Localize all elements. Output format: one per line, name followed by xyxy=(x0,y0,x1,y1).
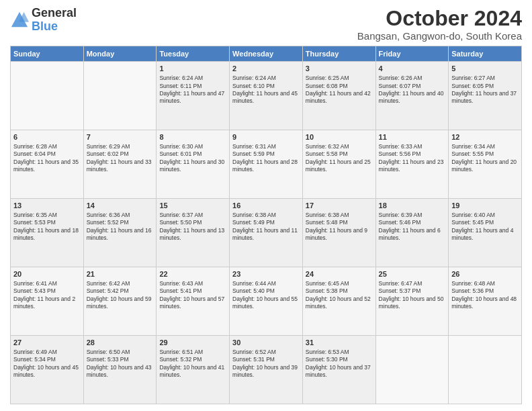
header: General Blue October 2024 Bangsan, Gangw… xyxy=(10,7,522,42)
day-info: Sunrise: 6:38 AMSunset: 5:48 PMDaylight:… xyxy=(306,212,373,242)
calendar-cell: 17Sunrise: 6:38 AMSunset: 5:48 PMDayligh… xyxy=(302,199,375,267)
calendar-week-4: 20Sunrise: 6:41 AMSunset: 5:43 PMDayligh… xyxy=(11,267,522,336)
calendar-week-2: 6Sunrise: 6:28 AMSunset: 6:04 PMDaylight… xyxy=(11,130,522,199)
logo-line2: Blue xyxy=(32,19,58,33)
day-info: Sunrise: 6:41 AMSunset: 5:43 PMDaylight:… xyxy=(13,280,81,311)
calendar-cell: 5Sunrise: 6:27 AMSunset: 6:05 PMDaylight… xyxy=(449,62,522,130)
calendar-cell: 11Sunrise: 6:33 AMSunset: 5:56 PMDayligh… xyxy=(375,130,449,199)
day-number: 12 xyxy=(451,132,519,142)
calendar-cell: 20Sunrise: 6:41 AMSunset: 5:43 PMDayligh… xyxy=(11,267,84,336)
calendar-cell: 9Sunrise: 6:31 AMSunset: 5:59 PMDaylight… xyxy=(230,130,303,199)
calendar-cell: 4Sunrise: 6:26 AMSunset: 6:07 PMDaylight… xyxy=(375,62,449,130)
calendar-cell: 30Sunrise: 6:52 AMSunset: 5:31 PMDayligh… xyxy=(230,336,303,404)
day-number: 3 xyxy=(306,64,373,74)
calendar-cell: 14Sunrise: 6:36 AMSunset: 5:52 PMDayligh… xyxy=(83,199,157,267)
calendar-cell: 6Sunrise: 6:28 AMSunset: 6:04 PMDaylight… xyxy=(11,130,84,199)
day-number: 1 xyxy=(159,64,226,74)
day-info: Sunrise: 6:51 AMSunset: 5:32 PMDaylight:… xyxy=(159,349,226,379)
day-number: 25 xyxy=(379,269,446,279)
col-header-sunday: Sunday xyxy=(11,46,84,62)
day-number: 13 xyxy=(13,201,81,211)
day-number: 17 xyxy=(306,201,373,211)
calendar-cell: 19Sunrise: 6:40 AMSunset: 5:45 PMDayligh… xyxy=(449,199,522,267)
day-info: Sunrise: 6:32 AMSunset: 5:58 PMDaylight:… xyxy=(306,143,373,174)
day-info: Sunrise: 6:40 AMSunset: 5:45 PMDaylight:… xyxy=(451,212,519,242)
day-number: 30 xyxy=(232,338,300,348)
calendar-cell: 13Sunrise: 6:35 AMSunset: 5:53 PMDayligh… xyxy=(11,199,84,267)
day-info: Sunrise: 6:48 AMSunset: 5:36 PMDaylight:… xyxy=(451,280,519,311)
day-info: Sunrise: 6:50 AMSunset: 5:33 PMDaylight:… xyxy=(87,349,154,379)
day-info: Sunrise: 6:43 AMSunset: 5:41 PMDaylight:… xyxy=(159,280,226,311)
calendar-week-5: 27Sunrise: 6:49 AMSunset: 5:34 PMDayligh… xyxy=(11,336,522,404)
day-number: 29 xyxy=(159,338,226,348)
calendar-cell: 27Sunrise: 6:49 AMSunset: 5:34 PMDayligh… xyxy=(11,336,84,404)
calendar-cell: 12Sunrise: 6:34 AMSunset: 5:55 PMDayligh… xyxy=(449,130,522,199)
day-number: 4 xyxy=(379,64,446,74)
day-info: Sunrise: 6:28 AMSunset: 6:04 PMDaylight:… xyxy=(13,143,81,174)
col-header-wednesday: Wednesday xyxy=(230,46,303,62)
calendar-week-1: 1Sunrise: 6:24 AMSunset: 6:11 PMDaylight… xyxy=(11,62,522,130)
logo: General Blue xyxy=(10,7,77,34)
day-info: Sunrise: 6:24 AMSunset: 6:10 PMDaylight:… xyxy=(232,75,300,105)
calendar-table: SundayMondayTuesdayWednesdayThursdayFrid… xyxy=(10,46,522,404)
title-block: October 2024 Bangsan, Gangwon-do, South … xyxy=(357,7,522,42)
day-number: 31 xyxy=(306,338,373,348)
day-number: 10 xyxy=(306,132,373,142)
main-title: October 2024 xyxy=(357,7,522,30)
page: General Blue October 2024 Bangsan, Gangw… xyxy=(0,0,532,411)
col-header-saturday: Saturday xyxy=(449,46,522,62)
calendar-cell: 15Sunrise: 6:37 AMSunset: 5:50 PMDayligh… xyxy=(157,199,230,267)
day-number: 7 xyxy=(87,132,154,142)
logo-line1: General xyxy=(32,7,77,20)
calendar-cell: 3Sunrise: 6:25 AMSunset: 6:08 PMDaylight… xyxy=(302,62,375,130)
day-number: 8 xyxy=(159,132,226,142)
calendar-cell xyxy=(11,62,84,130)
day-number: 16 xyxy=(232,201,300,211)
calendar-cell: 25Sunrise: 6:47 AMSunset: 5:37 PMDayligh… xyxy=(375,267,449,336)
calendar-cell: 16Sunrise: 6:38 AMSunset: 5:49 PMDayligh… xyxy=(230,199,303,267)
day-info: Sunrise: 6:52 AMSunset: 5:31 PMDaylight:… xyxy=(232,349,300,379)
day-number: 6 xyxy=(13,132,81,142)
day-info: Sunrise: 6:42 AMSunset: 5:42 PMDaylight:… xyxy=(87,280,154,311)
calendar-cell: 1Sunrise: 6:24 AMSunset: 6:11 PMDaylight… xyxy=(157,62,230,130)
day-number: 5 xyxy=(451,64,519,74)
calendar-cell xyxy=(83,62,157,130)
day-info: Sunrise: 6:29 AMSunset: 6:02 PMDaylight:… xyxy=(87,143,154,174)
day-info: Sunrise: 6:25 AMSunset: 6:08 PMDaylight:… xyxy=(306,75,373,105)
day-info: Sunrise: 6:24 AMSunset: 6:11 PMDaylight:… xyxy=(159,75,226,105)
col-header-friday: Friday xyxy=(375,46,449,62)
day-number: 18 xyxy=(379,201,446,211)
day-number: 19 xyxy=(451,201,519,211)
day-number: 28 xyxy=(87,338,154,348)
day-info: Sunrise: 6:44 AMSunset: 5:40 PMDaylight:… xyxy=(232,280,300,311)
day-number: 26 xyxy=(451,269,519,279)
logo-icon xyxy=(10,11,29,30)
day-info: Sunrise: 6:26 AMSunset: 6:07 PMDaylight:… xyxy=(379,75,446,105)
calendar-cell: 21Sunrise: 6:42 AMSunset: 5:42 PMDayligh… xyxy=(83,267,157,336)
day-number: 20 xyxy=(13,269,81,279)
day-number: 22 xyxy=(159,269,226,279)
day-info: Sunrise: 6:33 AMSunset: 5:56 PMDaylight:… xyxy=(379,143,446,174)
day-info: Sunrise: 6:39 AMSunset: 5:46 PMDaylight:… xyxy=(379,212,446,242)
day-number: 21 xyxy=(87,269,154,279)
day-info: Sunrise: 6:30 AMSunset: 6:01 PMDaylight:… xyxy=(159,143,226,174)
calendar-cell: 18Sunrise: 6:39 AMSunset: 5:46 PMDayligh… xyxy=(375,199,449,267)
calendar-cell xyxy=(375,336,449,404)
day-number: 23 xyxy=(232,269,300,279)
day-info: Sunrise: 6:38 AMSunset: 5:49 PMDaylight:… xyxy=(232,212,300,242)
day-info: Sunrise: 6:34 AMSunset: 5:55 PMDaylight:… xyxy=(451,143,519,174)
logo-text: General Blue xyxy=(32,7,77,34)
day-number: 27 xyxy=(13,338,81,348)
day-info: Sunrise: 6:27 AMSunset: 6:05 PMDaylight:… xyxy=(451,75,519,105)
col-header-thursday: Thursday xyxy=(302,46,375,62)
calendar-header-row: SundayMondayTuesdayWednesdayThursdayFrid… xyxy=(11,46,522,62)
calendar-cell: 28Sunrise: 6:50 AMSunset: 5:33 PMDayligh… xyxy=(83,336,157,404)
day-number: 24 xyxy=(306,269,373,279)
day-info: Sunrise: 6:49 AMSunset: 5:34 PMDaylight:… xyxy=(13,349,81,379)
calendar-week-3: 13Sunrise: 6:35 AMSunset: 5:53 PMDayligh… xyxy=(11,199,522,267)
day-number: 11 xyxy=(379,132,446,142)
day-info: Sunrise: 6:47 AMSunset: 5:37 PMDaylight:… xyxy=(379,280,446,311)
day-info: Sunrise: 6:31 AMSunset: 5:59 PMDaylight:… xyxy=(232,143,300,174)
calendar-cell xyxy=(449,336,522,404)
day-number: 15 xyxy=(159,201,226,211)
